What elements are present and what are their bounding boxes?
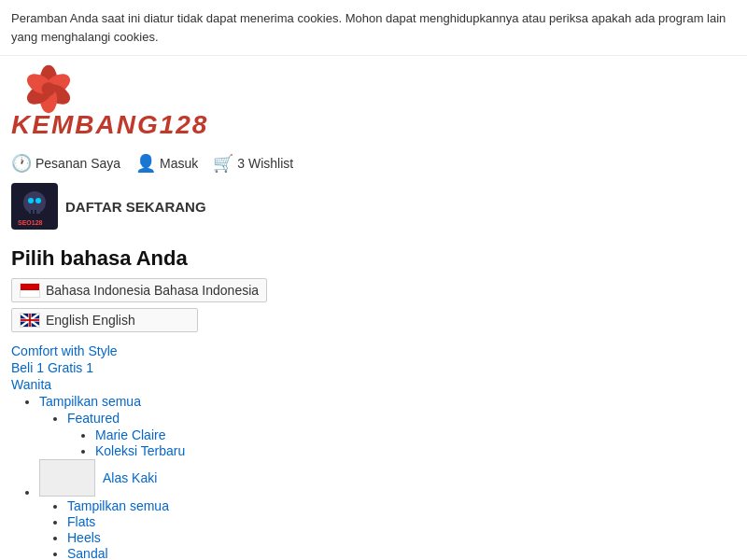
alas-kaki-image xyxy=(39,459,95,497)
cookie-notice-text: Peramban Anda saat ini diatur tidak dapa… xyxy=(11,11,726,44)
list-item: Featured Marie Claire Koleksi Terbaru xyxy=(67,411,736,458)
svg-point-10 xyxy=(35,198,41,203)
pesanan-saya-label: Pesanan Saya xyxy=(35,156,120,171)
tampilkan-semua-wanita-link[interactable]: Tampilkan semua xyxy=(39,394,141,409)
heels-link[interactable]: Heels xyxy=(67,530,101,545)
wanita-link[interactable]: Wanita xyxy=(11,377,51,392)
list-item: Sandal xyxy=(67,546,736,560)
masuk-label: Masuk xyxy=(160,156,198,171)
wishlist-link[interactable]: 🛒 3 Wishlist xyxy=(213,153,293,174)
marie-claire-link[interactable]: Marie Claire xyxy=(95,427,165,442)
flats-link[interactable]: Flats xyxy=(67,514,95,529)
language-options: Bahasa Indonesia Bahasa Indonesia Englis… xyxy=(0,278,747,332)
comfort-style-link[interactable]: Comfort with Style xyxy=(11,343,118,358)
masuk-link[interactable]: 👤 Masuk xyxy=(135,153,198,174)
logo-text: KEMBANG128 xyxy=(11,110,736,140)
featured-submenu: Featured Marie Claire Koleksi Terbaru xyxy=(39,411,736,458)
flag-white-stripe xyxy=(21,290,39,297)
list-item: Flats xyxy=(67,514,736,529)
koleksi-terbaru-link[interactable]: Koleksi Terbaru xyxy=(95,443,185,458)
list-item: Tampilkan semua Featured Marie Claire Ko… xyxy=(39,394,736,458)
language-label-en: English English xyxy=(46,313,135,328)
list-item: Wanita Tampilkan semua Featured Marie Cl… xyxy=(11,377,736,560)
svg-rect-13 xyxy=(35,210,36,214)
language-button-id[interactable]: Bahasa Indonesia Bahasa Indonesia xyxy=(11,278,267,302)
list-item: Marie Claire xyxy=(95,427,736,442)
beli-gratis-link[interactable]: Beli 1 Gratis 1 xyxy=(11,360,93,375)
alas-kaki-row: Alas Kaki xyxy=(39,459,736,497)
language-label-id: Bahasa Indonesia Bahasa Indonesia xyxy=(46,283,259,298)
main-menu: Comfort with Style Beli 1 Gratis 1 Wanit… xyxy=(11,343,736,560)
svg-point-9 xyxy=(28,198,34,203)
page-title: Pilih bahasa Anda xyxy=(0,237,747,278)
logo-flower-icon xyxy=(11,63,77,110)
list-item: Alas Kaki Tampilkan semua Flats Heels xyxy=(39,459,736,560)
list-item: Heels xyxy=(67,530,736,545)
svg-point-6 xyxy=(42,82,56,96)
seo128-logo: SEO128 xyxy=(11,183,58,230)
list-item: Comfort with Style xyxy=(11,343,736,358)
flag-red-stripe xyxy=(21,284,39,290)
flag-en xyxy=(20,313,40,328)
daftar-label[interactable]: DAFTAR SEKARANG xyxy=(65,199,206,215)
brand-submenu: Marie Claire Koleksi Terbaru xyxy=(67,427,736,458)
cart-icon: 🛒 xyxy=(213,153,233,174)
daftar-section: SEO128 DAFTAR SEKARANG xyxy=(0,179,747,237)
cookie-notice: Peramban Anda saat ini diatur tidak dapa… xyxy=(0,0,747,56)
svg-text:SEO128: SEO128 xyxy=(18,219,43,226)
clock-icon: 🕐 xyxy=(11,153,32,174)
alas-kaki-submenu: Tampilkan semua Flats Heels Sandal xyxy=(39,498,736,560)
header: KEMBANG128 xyxy=(0,56,747,147)
pesanan-saya-link[interactable]: 🕐 Pesanan Saya xyxy=(11,153,120,174)
list-item: Koleksi Terbaru xyxy=(95,443,736,458)
list-item: Beli 1 Gratis 1 xyxy=(11,360,736,375)
wanita-submenu: Tampilkan semua Featured Marie Claire Ko… xyxy=(11,394,736,560)
tampilkan-semua-kaki-link[interactable]: Tampilkan semua xyxy=(67,498,169,513)
flag-en-bg xyxy=(21,314,39,327)
user-icon: 👤 xyxy=(135,153,156,174)
sandal-link[interactable]: Sandal xyxy=(67,546,108,560)
nav-bar: 🕐 Pesanan Saya 👤 Masuk 🛒 3 Wishlist xyxy=(0,147,747,179)
alas-kaki-link[interactable]: Alas Kaki xyxy=(103,470,157,485)
flag-id xyxy=(20,283,40,298)
list-item: Tampilkan semua xyxy=(67,498,736,513)
svg-rect-12 xyxy=(31,210,33,214)
language-button-en[interactable]: English English xyxy=(11,308,198,332)
featured-link[interactable]: Featured xyxy=(67,411,120,426)
menu-section: Comfort with Style Beli 1 Gratis 1 Wanit… xyxy=(0,332,747,560)
wishlist-label: 3 Wishlist xyxy=(237,156,293,171)
